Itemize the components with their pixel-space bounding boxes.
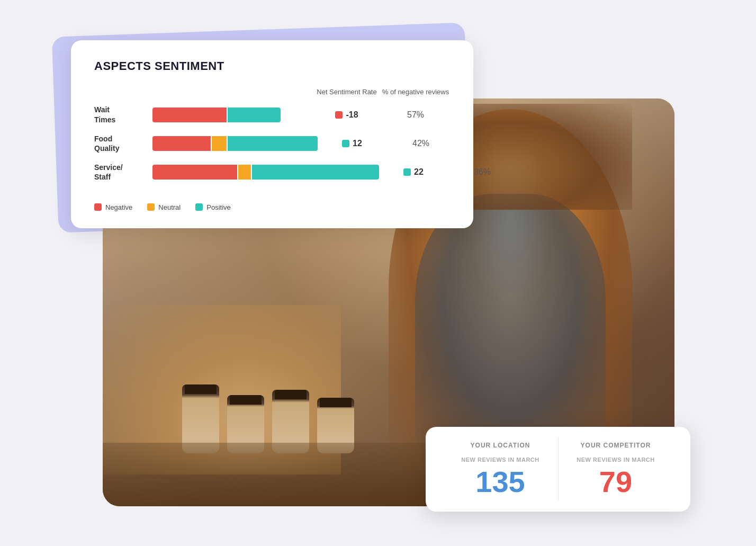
your-location-value: 135 <box>451 467 550 497</box>
col-header-pct-negative: % of negative reviews <box>381 88 450 97</box>
sentiment-title: ASPECTS SENTIMENT <box>94 59 450 73</box>
your-competitor-subtitle: NEW REVIEWS IN MARCH <box>566 457 665 463</box>
net-sentiment-wait-times: -18 <box>312 110 381 120</box>
bar-service-staff <box>152 165 379 180</box>
legend-positive-dot <box>195 203 203 211</box>
legend-neutral: Neutral <box>147 203 181 211</box>
stats-your-location: YOUR LOCATION NEW REVIEWS IN MARCH 135 <box>443 442 558 497</box>
stats-card: YOUR LOCATION NEW REVIEWS IN MARCH 135 Y… <box>426 427 690 512</box>
legend-negative: Negative <box>94 203 132 211</box>
coffee-cups <box>182 305 367 453</box>
pct-wait-times: 57% <box>381 110 450 120</box>
sentiment-card: ASPECTS SENTIMENT Net Sentiment Rate % o… <box>71 40 473 228</box>
chart-legend: Negative Neutral Positive <box>94 195 450 211</box>
aspect-label-wait-times: WaitTimes <box>94 105 152 124</box>
bar-food-quality <box>152 136 318 151</box>
net-sentiment-food-quality: 12 <box>318 139 386 148</box>
legend-negative-dot <box>94 203 102 211</box>
net-value-service-staff: 22 <box>414 167 424 177</box>
your-location-subtitle: NEW REVIEWS IN MARCH <box>451 457 550 463</box>
net-value-food-quality: 12 <box>353 139 362 148</box>
bar-wait-times <box>152 108 312 122</box>
col-header-chart <box>152 88 312 97</box>
your-location-title: YOUR LOCATION <box>451 442 550 449</box>
your-competitor-value: 79 <box>566 467 665 497</box>
net-sentiment-service-staff: 22 <box>379 167 448 177</box>
legend-negative-label: Negative <box>105 203 132 211</box>
your-competitor-title: YOUR COMPETITOR <box>566 442 665 449</box>
legend-positive-label: Positive <box>206 203 231 211</box>
col-header-aspect <box>94 88 152 97</box>
aspect-label-food-quality: FoodQuality <box>94 134 152 153</box>
stats-divider <box>558 437 559 501</box>
col-header-net-rate: Net Sentiment Rate <box>312 88 381 97</box>
legend-positive: Positive <box>195 203 231 211</box>
legend-neutral-dot <box>147 203 155 211</box>
pct-food-quality: 42% <box>386 139 455 148</box>
legend-neutral-label: Neutral <box>158 203 181 211</box>
stats-your-competitor: YOUR COMPETITOR NEW REVIEWS IN MARCH 79 <box>558 442 673 497</box>
pct-service-staff: 36% <box>448 167 517 177</box>
aspect-label-service-staff: Service/Staff <box>94 163 152 182</box>
net-value-wait-times: -18 <box>346 110 358 120</box>
